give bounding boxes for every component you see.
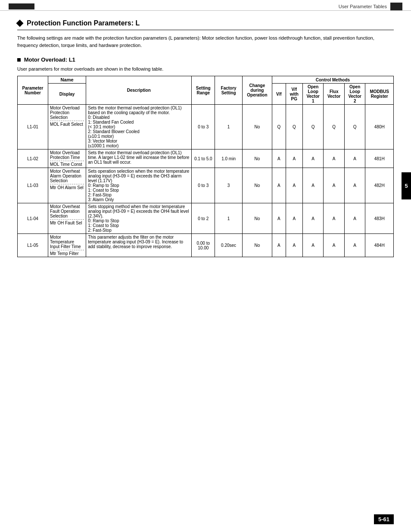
col-header-description: Description [86, 76, 192, 105]
cell-olv1: A [302, 203, 324, 234]
cell-olv1: A [302, 234, 324, 257]
cell-name-display: Motor Temperature Input Filter Time Mtr … [48, 234, 86, 257]
cell-change-during-op: No [242, 149, 272, 168]
cell-change-during-op: No [242, 203, 272, 234]
cell-description: This parameter adjusts the filter on the… [86, 234, 192, 257]
cell-setting-range: 0 to 3 [192, 168, 215, 203]
table-row: L1-02 Motor Overload Protection Time MOL… [18, 149, 394, 168]
col-header-olv1: OpenLoopVector1 [302, 84, 324, 105]
col-header-display: Display [48, 84, 86, 105]
cell-olv1: Q [302, 105, 324, 149]
cell-description: Sets the motor thermal overload protecti… [86, 149, 192, 168]
cell-setting-range: 0 to 2 [192, 203, 215, 234]
cell-vf: A [272, 168, 286, 203]
cell-flux: A [324, 234, 345, 257]
cell-vf: A [272, 149, 286, 168]
cell-flux: A [324, 203, 345, 234]
header-title: User Parameter Tables [339, 4, 387, 9]
table-row: L1-03 Motor Overheat Alarm Operation Sel… [18, 168, 394, 203]
cell-change-during-op: No [242, 234, 272, 257]
col-header-flux: FluxVector [324, 84, 345, 105]
cell-modbus: 483H [365, 203, 394, 234]
cell-olv2: Q [344, 105, 365, 149]
cell-olv1: A [302, 149, 324, 168]
subsection-description: User parameters for motor overloads are … [17, 66, 394, 72]
cell-description: Sets operation selection when the motor … [86, 168, 192, 203]
cell-description: Sets the motor thermal overload protecti… [86, 105, 192, 149]
cell-factory-setting: 0.20sec [215, 234, 243, 257]
cell-factory-setting: 1 [215, 203, 243, 234]
cell-olv2: A [344, 234, 365, 257]
cell-vf-pg: A [286, 234, 302, 257]
cell-param: L1-02 [18, 149, 48, 168]
cell-name-display: Motor Overload Protection Time MOL Time … [48, 149, 86, 168]
cell-olv2: A [344, 203, 365, 234]
cell-param: L1-04 [18, 203, 48, 234]
cell-setting-range: 0.00 to 10.00 [192, 234, 215, 257]
parameter-table: Parameter Number Name Description Settin… [17, 76, 394, 257]
cell-vf-pg: A [286, 168, 302, 203]
col-header-control-methods: Control Methods [272, 76, 393, 84]
cell-factory-setting: 1 [215, 105, 243, 149]
cell-name-display: Motor Overheat Fault Operation Selection… [48, 203, 86, 234]
cell-modbus: 484H [365, 234, 394, 257]
cell-modbus: 481H [365, 149, 394, 168]
cell-olv2: A [344, 149, 365, 168]
page-number: 5-61 [374, 514, 394, 524]
table-row: L1-04 Motor Overheat Fault Operation Sel… [18, 203, 394, 234]
cell-olv1: A [302, 168, 324, 203]
cell-vf-pg: A [286, 149, 302, 168]
table-row: L1-01 Motor Overload Protection Selectio… [18, 105, 394, 149]
col-header-vfpg: V/fwithPG [286, 84, 302, 105]
col-header-change-during-op: ChangeduringOperation [242, 76, 272, 105]
subsection-title: Motor Overload: L1 [17, 56, 394, 63]
section-title: Protection Function Parameters: L [17, 19, 394, 30]
diamond-icon [16, 20, 24, 27]
cell-olv2: A [344, 168, 365, 203]
col-header-factory-setting: FactorySetting [215, 76, 243, 105]
col-header-setting-range: SettingRange [192, 76, 215, 105]
col-header-modbus: MODBUSRegister [365, 84, 394, 105]
cell-vf: Q [272, 105, 286, 149]
table-row: L1-05 Motor Temperature Input Filter Tim… [18, 234, 394, 257]
cell-description: Sets stopping method when the motor temp… [86, 203, 192, 234]
cell-name-display: Motor Overheat Alarm Operation Selection… [48, 168, 86, 203]
cell-modbus: 482H [365, 168, 394, 203]
col-header-vf: V/f [272, 84, 286, 105]
cell-change-during-op: No [242, 105, 272, 149]
cell-vf-pg: Q [286, 105, 302, 149]
square-icon [17, 58, 21, 62]
cell-param: L1-03 [18, 168, 48, 203]
cell-change-during-op: No [242, 168, 272, 203]
cell-setting-range: 0 to 3 [192, 105, 215, 149]
cell-modbus: 480H [365, 105, 394, 149]
cell-vf-pg: A [286, 203, 302, 234]
col-header-param-number: Parameter Number [18, 76, 48, 105]
cell-factory-setting: 1.0 min [215, 149, 243, 168]
cell-flux: Q [324, 105, 345, 149]
cell-factory-setting: 3 [215, 168, 243, 203]
cell-setting-range: 0.1 to 5.0 [192, 149, 215, 168]
cell-flux: A [324, 168, 345, 203]
side-chapter-number: 5 [402, 172, 411, 199]
cell-vf: A [272, 203, 286, 234]
cell-param: L1-01 [18, 105, 48, 149]
col-header-olv2: OpenLoopVector2 [344, 84, 365, 105]
col-header-name: Name [48, 76, 86, 84]
section-description: The following settings are made with the… [17, 34, 394, 49]
cell-param: L1-05 [18, 234, 48, 257]
cell-vf: A [272, 234, 286, 257]
cell-name-display: Motor Overload Protection Selection MOL … [48, 105, 86, 149]
cell-flux: A [324, 149, 345, 168]
